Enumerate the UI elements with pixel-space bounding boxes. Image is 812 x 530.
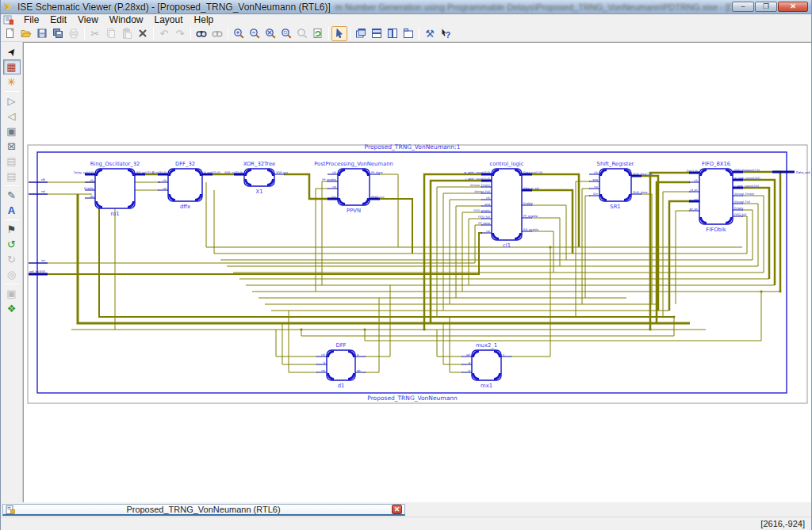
pin-tool[interactable]: ⚑: [3, 222, 21, 237]
net-wire: [576, 181, 590, 317]
port-label: PP_done: [478, 222, 490, 225]
cut-button[interactable]: ✂: [87, 26, 103, 41]
menu-edit[interactable]: Edit: [44, 14, 72, 25]
port-label: Din(7:0): [687, 170, 699, 173]
block-type-label: DFF: [335, 342, 346, 349]
block-dffx[interactable]: D_in(31:0)clkrstQ_out(31:0)DFF_32dffx: [152, 161, 221, 210]
save-all-button[interactable]: [50, 26, 66, 41]
block-mx1[interactable]: selabymux2_1mx1: [462, 342, 511, 389]
callout-button[interactable]: ❖: [3, 301, 21, 316]
block-body: [492, 169, 522, 240]
block-PPVN[interactable]: clkPP_enablerstDinPP_donePRBS_outPostPro…: [314, 161, 393, 214]
select-mode-button[interactable]: [331, 26, 347, 41]
schematic-canvas[interactable]: Proposed_TRNG_VonNeumann:1Proposed_TRNG_…: [23, 42, 811, 502]
pan-right-tool[interactable]: ▷: [3, 93, 21, 109]
prev-sheet-tool[interactable]: ▤: [3, 154, 21, 169]
tile-v-button[interactable]: [385, 26, 400, 41]
port-label: wr_en: [690, 208, 698, 211]
port-label: Almost_Full: [474, 190, 490, 193]
settings-button[interactable]: ⚒: [422, 26, 438, 41]
boundary-port-label: sel_in(4:0): [29, 269, 45, 273]
select-mode-icon: [334, 28, 345, 39]
zoom-sel-icon: [297, 28, 308, 39]
view-button[interactable]: ◎: [3, 267, 21, 282]
close-button[interactable]: ✕: [778, 2, 808, 12]
zoom-box-icon: [281, 28, 292, 39]
note-tool[interactable]: ✎: [3, 188, 21, 203]
zoom-sel-button[interactable]: [294, 26, 310, 41]
block-ro1[interactable]: Delay_sel(4:0)clkEnablerstRO_out(31:0)Ri…: [74, 161, 155, 217]
menu-window[interactable]: Window: [104, 14, 149, 25]
cascade-icon: [355, 28, 366, 39]
redo-button[interactable]: ↷: [172, 26, 188, 41]
forward-button[interactable]: ↻: [3, 252, 21, 267]
svg-text:↷: ↷: [176, 28, 186, 39]
new-button[interactable]: [2, 26, 18, 41]
menu-layout[interactable]: Layout: [149, 14, 189, 25]
zoom-box-button[interactable]: [278, 26, 294, 41]
cursor-coordinates: [2616,-924]: [760, 519, 805, 528]
next-sheet-tool[interactable]: ▤: [3, 169, 21, 184]
boundary-port-label: clk: [41, 177, 46, 181]
zoom-full-button[interactable]: [262, 26, 278, 41]
undo-button[interactable]: ↶: [156, 26, 172, 41]
menu-view[interactable]: View: [72, 14, 104, 25]
block-d1[interactable]: clkdrstqqbDFFd1: [316, 342, 366, 389]
app-window: ISE Schematic Viewer (P.28xd) - [Propose…: [0, 0, 812, 530]
maximize-button[interactable]: ❐: [755, 2, 777, 12]
hierarchy-tool[interactable]: ✳: [3, 74, 21, 90]
schematic-tab-icon: [6, 505, 15, 514]
document-tab[interactable]: Proposed_TRNG_VonNeumann (RTL6) ✕: [2, 504, 405, 516]
back-button[interactable]: ↺: [3, 237, 21, 252]
print-button[interactable]: [66, 26, 82, 41]
menu-help[interactable]: Help: [189, 14, 220, 25]
port-label: Almost_Empty: [734, 193, 754, 196]
find-files-button[interactable]: [209, 26, 225, 41]
refresh-button[interactable]: [310, 26, 326, 41]
port-label: Enable: [84, 187, 94, 190]
print-icon: [68, 28, 79, 39]
tabbed-button[interactable]: [400, 26, 416, 41]
block-type-label: control_logic: [490, 161, 524, 167]
net-wire: [379, 174, 398, 247]
port-label: PP_enable: [523, 215, 538, 218]
open-button[interactable]: [18, 26, 34, 41]
sheet-select-tool[interactable]: ⊠: [3, 139, 21, 154]
text-tool[interactable]: A: [3, 203, 21, 218]
pan-left-tool[interactable]: ◁: [3, 109, 21, 124]
tile-h-icon: [371, 28, 382, 39]
net-junction: [423, 329, 426, 331]
net-wire: [365, 285, 390, 357]
block-SR1[interactable]: clkenarstDinShift_Reg(7:0)Shift_doneShif…: [589, 161, 653, 210]
zoom-in-button[interactable]: [231, 26, 247, 41]
delete-button[interactable]: [135, 26, 151, 41]
port-label: Shift_Reg(7:0): [633, 173, 653, 176]
minimize-button[interactable]: –: [732, 2, 754, 12]
context-help-button[interactable]: ?: [438, 26, 454, 41]
sheets-tool[interactable]: ▣: [3, 124, 21, 139]
paste-button[interactable]: [119, 26, 135, 41]
cascade-button[interactable]: [353, 26, 369, 41]
net-wire: [669, 201, 690, 311]
toolbar-separator: [153, 27, 154, 40]
net-junction: [760, 291, 763, 293]
block-instance-label: cl1: [503, 242, 511, 249]
tab-close-icon[interactable]: ✕: [392, 505, 402, 514]
pages-button[interactable]: ▣: [3, 286, 21, 301]
block-body: [95, 169, 135, 208]
port-label: Data_out(7:0): [523, 171, 543, 174]
block-type-label: PostProcessing_VonNeumann: [314, 161, 393, 167]
save-button[interactable]: [34, 26, 50, 41]
tile-h-button[interactable]: [369, 26, 385, 41]
menu-bar: FileEditViewWindowLayoutHelp: [1, 14, 811, 25]
port-label: ena: [485, 203, 490, 206]
menu-file[interactable]: File: [18, 14, 44, 25]
find-button[interactable]: [193, 26, 209, 41]
title-bar: ISE Schematic Viewer (P.28xd) - [Propose…: [1, 0, 811, 14]
port-label: Empty: [734, 207, 743, 210]
copy-button[interactable]: [103, 26, 119, 41]
port-label: Almost_Full: [734, 200, 750, 204]
block-X1[interactable]: XOR_in(31:0)XOR_outXOR_32TreeX1: [224, 161, 288, 195]
schematic-drawing: Proposed_TRNG_VonNeumann:1Proposed_TRNG_…: [24, 43, 810, 502]
zoom-out-button[interactable]: [247, 26, 262, 41]
